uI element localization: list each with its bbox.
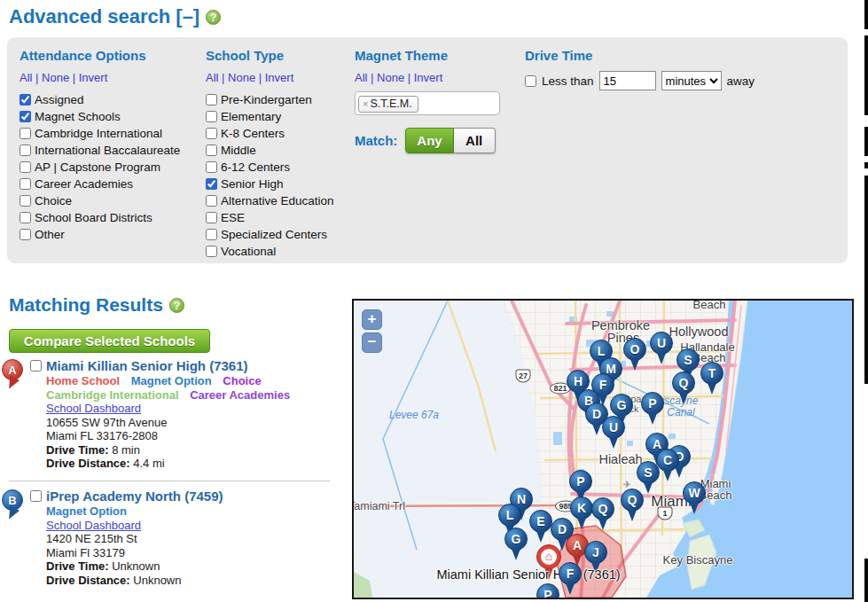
school-type-option: Specialized Centers (206, 226, 348, 243)
magnet-invert-link[interactable]: Invert (414, 71, 443, 84)
attendance-option: Magnet Schools (20, 108, 197, 125)
school-type-option-label: Alternative Education (221, 194, 334, 207)
attendance-checkbox-list: AssignedMagnet SchoolsCambridge Internat… (20, 91, 197, 243)
school-map-pin[interactable]: Q (621, 489, 644, 512)
school-map-pin[interactable]: G (610, 394, 633, 417)
school-dashboard-link[interactable]: School Dashboard (46, 402, 141, 416)
map[interactable]: + − ✈ BeachPembrokePinesHollywoodHalland… (352, 299, 854, 599)
school-type-title: School Type (206, 48, 348, 63)
home-icon: ⌂ (541, 549, 557, 565)
school-map-pin[interactable]: L (498, 504, 521, 527)
school-type-option-label: Senior High (221, 177, 284, 191)
school-map-pin[interactable]: S (676, 348, 700, 371)
school-type-checkbox[interactable] (206, 178, 217, 190)
school-type-checkbox[interactable] (206, 212, 217, 223)
school-select-checkbox[interactable] (30, 490, 42, 502)
attendance-checkbox[interactable] (20, 128, 31, 139)
attendance-checkbox[interactable] (20, 212, 31, 223)
attendance-all-link[interactable]: All (20, 71, 32, 84)
attendance-checkbox[interactable] (20, 111, 31, 122)
magnet-all-link[interactable]: All (355, 71, 367, 84)
attendance-option-label: Other (35, 228, 65, 241)
attendance-option: Career Academies (20, 176, 197, 192)
school-map-pin[interactable]: Q (591, 497, 614, 520)
page-title[interactable]: Advanced search [–] (9, 5, 199, 28)
drive-time-unit-select[interactable]: minutes (661, 71, 722, 90)
school-map-pin[interactable]: Q (672, 371, 695, 395)
tag-remove-icon[interactable]: × (363, 98, 368, 109)
map-school-label: Miami Killian Senior High (7361) (437, 567, 743, 582)
drive-distance-label: Drive Distance: (46, 574, 130, 587)
attendance-option: Cambridge International (20, 125, 197, 142)
school-map-pin[interactable]: C (656, 449, 679, 472)
program-tag: Home School (46, 374, 120, 387)
attendance-option-label: Cambridge International (35, 127, 162, 140)
help-icon[interactable]: ? (206, 10, 221, 25)
school-name[interactable]: Miami Killian Senior High (7361) (46, 358, 248, 373)
school-type-checkbox[interactable] (206, 111, 217, 122)
school-map-pin[interactable]: G (504, 528, 528, 551)
school-type-checkbox[interactable] (206, 94, 217, 106)
school-map-pin[interactable]: S (637, 461, 660, 484)
attendance-invert-link[interactable]: Invert (79, 71, 108, 84)
school-select-checkbox[interactable] (30, 360, 42, 371)
school-map-pin[interactable]: E (529, 510, 552, 533)
school-map-pin[interactable]: T (700, 362, 723, 385)
zoom-out-button[interactable]: − (362, 332, 382, 353)
school-map-pin[interactable]: P (641, 392, 664, 415)
magnet-theme-links: All | None | Invert (355, 71, 514, 84)
school-type-checkbox[interactable] (206, 246, 217, 257)
school-map-pin[interactable]: P (569, 470, 592, 493)
school-dashboard-link[interactable]: School Dashboard (46, 519, 141, 533)
school-result: AMiami Killian Senior High (7361)Home Sc… (9, 357, 315, 471)
map-city-label: Key Biscayne (663, 553, 733, 567)
attendance-options-title: Attendance Options (20, 48, 197, 63)
school-type-option-label: Elementary (221, 110, 281, 123)
drive-time-value-input[interactable] (599, 71, 656, 90)
school-map-pin[interactable]: W (683, 481, 706, 504)
program-tag: Career Academies (190, 388, 290, 402)
drive-time-checkbox[interactable] (525, 75, 536, 87)
attendance-checkbox[interactable] (20, 161, 31, 173)
address-line-2: Miami FL 33176-2808 (46, 429, 315, 443)
school-map-pin[interactable]: J (584, 541, 607, 564)
school-map-pin[interactable]: U (650, 332, 673, 355)
results-help-icon[interactable]: ? (169, 298, 184, 313)
compare-selected-schools-button[interactable]: Compare Selected Schools (9, 329, 210, 353)
attendance-checkbox[interactable] (20, 145, 31, 156)
map-city-label: Hollywood (669, 324, 729, 339)
magnet-theme-input[interactable]: × S.T.E.M. (355, 91, 500, 115)
school-type-invert-link[interactable]: Invert (265, 71, 294, 84)
attendance-option-label: Career Academies (35, 177, 133, 191)
attendance-checkbox[interactable] (20, 195, 31, 207)
road-shield: 1 (658, 507, 673, 520)
address-line-2: Miami Fl 33179 (46, 546, 315, 560)
school-map-pin[interactable]: K (570, 496, 593, 520)
school-type-none-link[interactable]: None (228, 71, 255, 84)
magnet-theme-tag: × S.T.E.M. (358, 96, 418, 113)
school-map-pin[interactable]: U (602, 416, 625, 439)
attendance-checkbox[interactable] (20, 94, 31, 106)
school-type-checkbox[interactable] (206, 161, 217, 173)
window-edge-artifact (864, 0, 868, 29)
home-location-marker[interactable]: ⌂ (536, 544, 561, 569)
school-type-checkbox[interactable] (206, 128, 217, 139)
zoom-in-button[interactable]: + (362, 309, 382, 330)
match-all-button[interactable]: All (454, 128, 496, 153)
attendance-none-link[interactable]: None (42, 71, 69, 84)
school-type-option: Alternative Education (206, 192, 348, 209)
match-any-button[interactable]: Any (405, 128, 453, 153)
school-map-pin[interactable]: F (559, 562, 582, 585)
school-type-option: Pre-Kindergarten (206, 91, 348, 108)
school-type-checkbox[interactable] (206, 195, 217, 207)
map-city-label: Levee 67a (389, 409, 439, 421)
attendance-option: Assigned (20, 91, 197, 108)
attendance-checkbox[interactable] (20, 178, 31, 190)
school-type-all-link[interactable]: All (206, 71, 218, 84)
magnet-none-link[interactable]: None (377, 71, 404, 84)
school-type-checkbox[interactable] (206, 229, 217, 240)
school-name[interactable]: iPrep Academy North (7459) (46, 489, 223, 504)
school-type-checkbox[interactable] (206, 145, 217, 156)
school-map-pin[interactable]: O (623, 338, 646, 361)
attendance-checkbox[interactable] (20, 229, 31, 240)
